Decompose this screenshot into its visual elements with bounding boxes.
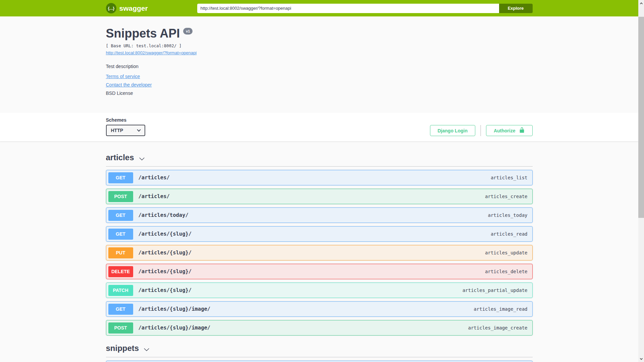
operation-row-articles-image-read[interactable]: GET /articles/{slug}/image/ articles_ima… xyxy=(106,301,533,317)
operation-row-articles-partial-update[interactable]: PATCH /articles/{slug}/ articles_partial… xyxy=(106,283,533,298)
info-section: Snippets API v1 [ Base URL: test.local:8… xyxy=(0,16,638,113)
contact-developer-link[interactable]: Contact the developer xyxy=(106,82,152,87)
operation-path: /articles/ xyxy=(139,193,170,199)
operation-id: articles_read xyxy=(491,231,528,237)
operation-id: articles_image_read xyxy=(474,306,527,312)
operation-id: articles_partial_update xyxy=(463,288,528,293)
method-badge: DELETE xyxy=(108,266,133,277)
authorize-button[interactable]: Authorize xyxy=(486,125,533,136)
tag-section-snippets: snippets GET /snippets/ snippets_list xyxy=(106,343,533,362)
swagger-logo: {…} swagger xyxy=(106,3,148,13)
operation-id: articles_today xyxy=(488,213,527,218)
operation-id: articles_delete xyxy=(485,269,527,274)
topbar: {…} swagger Explore xyxy=(0,0,638,16)
method-badge: POST xyxy=(108,322,133,334)
method-badge: GET xyxy=(108,210,133,221)
scheme-container: Schemes HTTP Django Login Authorize xyxy=(0,113,638,141)
tag-section-articles: articles GET /articles/ articles_list PO… xyxy=(106,152,533,336)
tag-name: snippets xyxy=(106,344,139,353)
chevron-down-icon xyxy=(139,154,145,163)
license-text: BSD License xyxy=(106,90,533,96)
viewport: {…} swagger Explore Snippets API v1 [ Ba… xyxy=(0,0,644,362)
api-description: Test description xyxy=(106,64,533,69)
method-badge: PUT xyxy=(108,247,133,258)
operation-path: /articles/ xyxy=(139,175,170,181)
terms-of-service-link[interactable]: Terms of service xyxy=(106,74,140,79)
schemes-block: Schemes HTTP xyxy=(106,117,145,136)
operation-path: /articles/{slug}/ xyxy=(139,268,192,275)
auth-divider xyxy=(480,125,481,136)
version-badge: v1 xyxy=(183,28,193,35)
scroll-down-arrow-icon[interactable] xyxy=(638,356,644,362)
operation-path: /articles/{slug}/image/ xyxy=(139,306,211,312)
spec-url-input[interactable] xyxy=(197,4,499,13)
api-title: Snippets API v1 xyxy=(106,26,533,41)
chevron-down-icon xyxy=(144,344,150,354)
swagger-ui-page: {…} swagger Explore Snippets API v1 [ Ba… xyxy=(0,0,638,362)
scroll-up-arrow-icon[interactable] xyxy=(638,0,644,6)
explore-button[interactable]: Explore xyxy=(499,4,533,13)
authorize-label: Authorize xyxy=(494,128,516,133)
operation-path: /articles/{slug}/ xyxy=(139,287,192,293)
method-badge: GET xyxy=(108,172,133,183)
vertical-scrollbar[interactable] xyxy=(638,0,644,362)
method-badge: PATCH xyxy=(108,285,133,296)
operation-row-articles-list[interactable]: GET /articles/ articles_list xyxy=(106,170,533,185)
operation-id: articles_create xyxy=(485,194,527,199)
swagger-logo-text: swagger xyxy=(119,4,148,12)
scrollbar-thumb[interactable] xyxy=(638,17,644,218)
operation-id: articles_update xyxy=(485,250,527,255)
schemes-label: Schemes xyxy=(106,117,145,123)
tag-name: articles xyxy=(106,153,134,162)
django-login-label: Django Login xyxy=(438,128,468,133)
method-badge: POST xyxy=(108,191,133,202)
operation-path: /articles/{slug}/image/ xyxy=(139,325,211,331)
auth-wrapper: Django Login Authorize xyxy=(430,125,533,136)
operations-main: articles GET /articles/ articles_list PO… xyxy=(106,141,533,362)
unlock-icon xyxy=(519,127,525,134)
operation-row-articles-read[interactable]: GET /articles/{slug}/ articles_read xyxy=(106,226,533,242)
operation-row-articles-create[interactable]: POST /articles/ articles_create xyxy=(106,189,533,204)
operation-id: articles_list xyxy=(491,175,528,180)
schemes-select[interactable]: HTTP xyxy=(106,125,145,136)
spec-link[interactable]: http://test.local:8002/swagger/?format=o… xyxy=(106,50,197,55)
tag-header-articles[interactable]: articles xyxy=(106,152,533,167)
django-login-button[interactable]: Django Login xyxy=(430,125,475,136)
operation-id: articles_image_create xyxy=(468,325,527,330)
swagger-logo-icon: {…} xyxy=(106,3,116,13)
operation-row-articles-today[interactable]: GET /articles/today/ articles_today xyxy=(106,207,533,223)
tag-header-snippets[interactable]: snippets xyxy=(106,343,533,357)
operation-path: /articles/{slug}/ xyxy=(139,231,192,237)
api-title-text: Snippets API xyxy=(106,26,180,41)
operation-row-snippets-list[interactable]: GET /snippets/ snippets_list xyxy=(106,361,533,362)
operation-path: /articles/today/ xyxy=(139,212,189,218)
operation-row-articles-delete[interactable]: DELETE /articles/{slug}/ articles_delete xyxy=(106,264,533,279)
method-badge: GET xyxy=(108,229,133,240)
schemes-selected-value: HTTP xyxy=(111,128,123,133)
chevron-down-icon xyxy=(137,128,141,131)
operation-row-articles-image-create[interactable]: POST /articles/{slug}/image/ articles_im… xyxy=(106,320,533,336)
operation-path: /articles/{slug}/ xyxy=(139,250,192,256)
method-badge: GET xyxy=(108,304,133,315)
operation-row-articles-update[interactable]: PUT /articles/{slug}/ articles_update xyxy=(106,245,533,260)
download-url-form: Explore xyxy=(197,4,533,13)
base-url: [ Base URL: test.local:8002/ ] xyxy=(106,43,533,48)
